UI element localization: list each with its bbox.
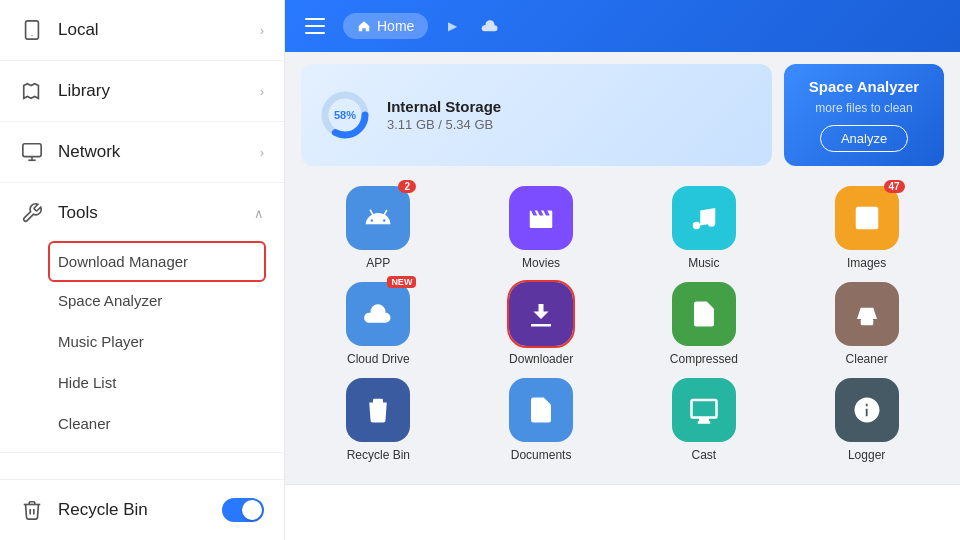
icon-box-cast bbox=[672, 378, 736, 442]
home-label: Home bbox=[377, 18, 414, 34]
submenu-hide-list[interactable]: Hide List bbox=[58, 362, 284, 403]
network-chevron: › bbox=[260, 145, 264, 160]
sidebar-local-label: Local bbox=[58, 20, 99, 40]
grid-label-downloader: Downloader bbox=[509, 352, 573, 366]
sa-subtitle: more files to clean bbox=[815, 101, 912, 115]
sidebar-tools-label: Tools bbox=[58, 203, 98, 223]
bottom-nav bbox=[285, 484, 960, 540]
grid-item-music[interactable]: Music bbox=[627, 186, 782, 270]
icon-box-cleaner bbox=[835, 282, 899, 346]
grid-label-documents: Documents bbox=[511, 448, 572, 462]
home-icon bbox=[357, 19, 371, 33]
svg-rect-9 bbox=[860, 319, 873, 325]
grid-item-cast[interactable]: Cast bbox=[627, 378, 782, 462]
sidebar-section-local: Local › bbox=[0, 0, 284, 61]
sidebar-section-library: Library › bbox=[0, 61, 284, 122]
grid-label-images: Images bbox=[847, 256, 886, 270]
library-icon bbox=[20, 79, 44, 103]
header: Home ▶ bbox=[285, 0, 960, 52]
app-grid: 2APPMoviesMusic47ImagesNEWCloud DriveDow… bbox=[301, 186, 944, 462]
tools-submenu: Download Manager Space Analyzer Music Pl… bbox=[0, 243, 284, 452]
hamburger-line-3 bbox=[305, 32, 325, 34]
icon-box-movies bbox=[509, 186, 573, 250]
grid-item-cloud-drive[interactable]: NEWCloud Drive bbox=[301, 282, 456, 366]
badge-app: 2 bbox=[398, 180, 416, 193]
grid-label-compressed: Compressed bbox=[670, 352, 738, 366]
analyze-button[interactable]: Analyze bbox=[820, 125, 908, 152]
grid-label-cloud-drive: Cloud Drive bbox=[347, 352, 410, 366]
space-analyzer-card: Space Analyzer more files to clean Analy… bbox=[784, 64, 944, 166]
breadcrumb-icon-1[interactable]: ▶ bbox=[438, 12, 466, 40]
icon-box-recycle-bin bbox=[346, 378, 410, 442]
grid-label-cast: Cast bbox=[692, 448, 717, 462]
grid-label-cleaner: Cleaner bbox=[846, 352, 888, 366]
storage-name: Internal Storage bbox=[387, 98, 501, 115]
grid-item-logger[interactable]: Logger bbox=[789, 378, 944, 462]
cloud-header-icon[interactable] bbox=[476, 12, 504, 40]
hamburger-line-2 bbox=[305, 25, 325, 27]
hamburger-line-1 bbox=[305, 18, 325, 20]
submenu-cleaner[interactable]: Cleaner bbox=[58, 403, 284, 444]
storage-size: 3.11 GB / 5.34 GB bbox=[387, 117, 501, 132]
home-button[interactable]: Home bbox=[343, 13, 428, 39]
recycle-bin-toggle[interactable] bbox=[222, 498, 264, 522]
storage-info: Internal Storage 3.11 GB / 5.34 GB bbox=[387, 98, 501, 132]
icon-box-logger bbox=[835, 378, 899, 442]
sidebar-library-label: Library bbox=[58, 81, 110, 101]
storage-card[interactable]: 58% Internal Storage 3.11 GB / 5.34 GB bbox=[301, 64, 772, 166]
network-icon bbox=[20, 140, 44, 164]
grid-label-music: Music bbox=[688, 256, 719, 270]
grid-label-logger: Logger bbox=[848, 448, 885, 462]
badge-images: 47 bbox=[884, 180, 905, 193]
storage-section: 58% Internal Storage 3.11 GB / 5.34 GB S… bbox=[285, 52, 960, 178]
grid-item-recycle-bin[interactable]: Recycle Bin bbox=[301, 378, 456, 462]
sidebar-section-network: Network › bbox=[0, 122, 284, 183]
local-icon bbox=[20, 18, 44, 42]
hamburger-button[interactable] bbox=[301, 10, 333, 42]
grid-item-cleaner[interactable]: Cleaner bbox=[789, 282, 944, 366]
icon-box-cloud-drive: NEW bbox=[346, 282, 410, 346]
grid-item-downloader[interactable]: Downloader bbox=[464, 282, 619, 366]
tools-chevron: ∧ bbox=[254, 206, 264, 221]
icon-box-images: 47 bbox=[835, 186, 899, 250]
storage-percent: 58% bbox=[334, 109, 356, 121]
submenu-download-manager[interactable]: Download Manager bbox=[50, 243, 264, 280]
sidebar-item-library[interactable]: Library › bbox=[0, 61, 284, 121]
svg-rect-0 bbox=[26, 21, 39, 39]
grid-item-images[interactable]: 47Images bbox=[789, 186, 944, 270]
icon-box-downloader bbox=[509, 282, 573, 346]
grid-label-recycle-bin: Recycle Bin bbox=[347, 448, 410, 462]
sidebar-network-label: Network bbox=[58, 142, 120, 162]
icon-box-app: 2 bbox=[346, 186, 410, 250]
grid-item-movies[interactable]: Movies bbox=[464, 186, 619, 270]
svg-rect-2 bbox=[23, 144, 41, 157]
svg-point-8 bbox=[860, 212, 864, 216]
icon-box-compressed bbox=[672, 282, 736, 346]
local-chevron: › bbox=[260, 23, 264, 38]
grid-section: 2APPMoviesMusic47ImagesNEWCloud DriveDow… bbox=[285, 178, 960, 484]
sidebar: Local › Library › bbox=[0, 0, 285, 540]
grid-label-app: APP bbox=[366, 256, 390, 270]
grid-label-movies: Movies bbox=[522, 256, 560, 270]
grid-item-app[interactable]: 2APP bbox=[301, 186, 456, 270]
storage-donut: 58% bbox=[319, 89, 371, 141]
grid-item-documents[interactable]: Documents bbox=[464, 378, 619, 462]
main-content: Home ▶ 58% Internal Storage 3.11 GB / 5.… bbox=[285, 0, 960, 540]
sidebar-item-local[interactable]: Local › bbox=[0, 0, 284, 60]
library-chevron: › bbox=[260, 84, 264, 99]
recycle-bin-icon bbox=[20, 498, 44, 522]
sidebar-recycle-bin-section: Recycle Bin bbox=[0, 479, 284, 540]
submenu-music-player[interactable]: Music Player bbox=[58, 321, 284, 362]
sa-title: Space Analyzer bbox=[809, 78, 919, 95]
submenu-space-analyzer[interactable]: Space Analyzer bbox=[58, 280, 284, 321]
sidebar-item-network[interactable]: Network › bbox=[0, 122, 284, 182]
grid-item-compressed[interactable]: Compressed bbox=[627, 282, 782, 366]
sidebar-section-tools: Tools ∧ Download Manager Space Analyzer … bbox=[0, 183, 284, 453]
recycle-bin-label: Recycle Bin bbox=[58, 500, 148, 520]
toggle-knob bbox=[242, 500, 262, 520]
new-badge-cloud-drive: NEW bbox=[387, 276, 416, 288]
tools-icon bbox=[20, 201, 44, 225]
sidebar-item-tools[interactable]: Tools ∧ bbox=[0, 183, 284, 243]
icon-box-music bbox=[672, 186, 736, 250]
icon-box-documents bbox=[509, 378, 573, 442]
